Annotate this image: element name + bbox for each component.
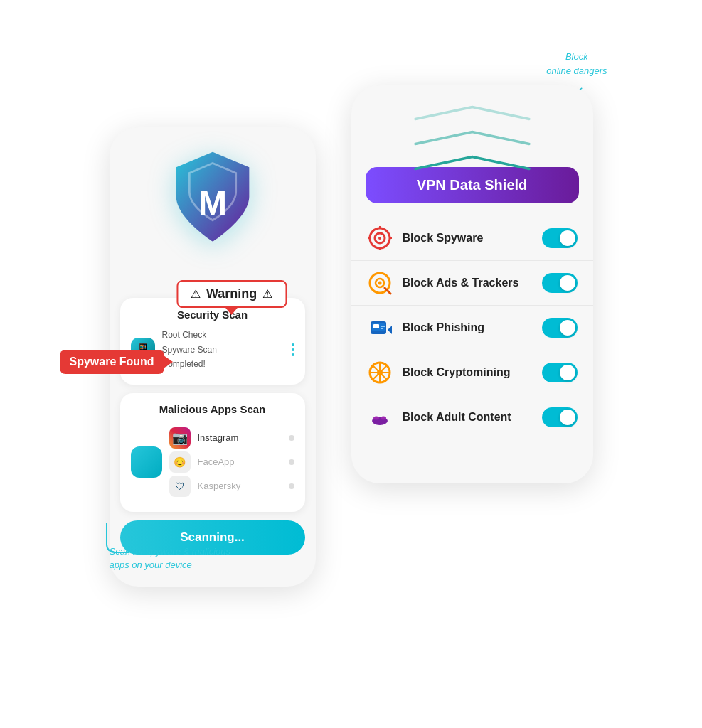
faceapp-label: FaceApp [198,456,282,467]
spyware-toggle[interactable] [542,228,578,248]
instagram-icon: 📷 [169,427,191,449]
spyware-label: Block Spyware [403,232,532,245]
chevron-3 [401,149,543,174]
feature-block-spyware[interactable]: Block Spyware [351,216,593,261]
three-dots [292,343,294,356]
svg-point-11 [378,282,381,285]
phishing-label: Block Phishing [403,321,532,334]
instagram-label: Instagram [198,432,282,443]
chevron-2 [401,124,543,149]
vpn-title: VPN Data Shield [417,177,528,193]
svg-point-23 [377,370,383,375]
faceapp-icon: 😊 [169,451,191,473]
adult-label: Block Adult Content [403,411,532,424]
warning-icon-left: ⚠ [191,287,201,301]
annotation-left: Scan for spyware & malicious apps on you… [110,545,252,572]
feature-block-phishing[interactable]: Block Phishing [351,306,593,350]
faceapp-row: 😊 FaceApp [169,450,294,474]
chevrons-decoration [351,85,593,174]
feature-block-ads[interactable]: Block Ads & Trackers [351,261,593,306]
warning-text: Warning [206,287,257,301]
svg-point-26 [381,417,386,420]
crypto-label: Block Cryptomining [403,366,532,379]
ads-toggle[interactable] [542,273,578,293]
svg-text:M: M [198,184,226,223]
feature-block-crypto[interactable]: Block Cryptomining [351,350,593,395]
security-scan-title: Security Scan [131,309,294,321]
spyware-icon [367,225,393,251]
kaspersky-icon: 🛡 [169,476,191,497]
right-phone-frame: VPN Data Shield Block Spyware [351,85,593,483]
kaspersky-row: 🛡 Kaspersky [169,474,294,498]
crypto-icon [367,360,393,385]
warning-icon-right: ⚠ [262,287,272,301]
instagram-row: 📷 Instagram [169,426,294,450]
svg-point-25 [373,417,379,420]
warning-badge: ⚠ Warning ⚠ [176,280,287,308]
malicious-scan-title: Malicious Apps Scan [131,403,294,415]
right-phone-container: Block online dangers ↙ VPN Data Shield [344,85,600,483]
spyware-found-badge: Spyware Found [60,350,164,374]
ads-icon [367,270,393,296]
crypto-toggle[interactable] [542,363,578,382]
malicious-apps-card: Malicious Apps Scan 📷 Instagram 😊 FaceAp… [120,393,305,512]
list-item: 📷 Instagram 😊 FaceApp 🛡 Kaspersky [131,422,294,502]
ads-label: Block Ads & Trackers [403,277,532,289]
adult-toggle[interactable] [542,407,578,427]
svg-marker-17 [388,326,392,334]
phishing-icon [367,315,393,341]
shield-icon: M [166,149,259,248]
shield-container: M [110,127,316,255]
svg-point-3 [378,237,381,240]
left-phone-container: ⚠ Warning ⚠ Spyware Found [102,127,323,586]
kaspersky-label: Kaspersky [198,481,282,491]
app-group-icon [131,446,162,478]
chevron-1 [401,100,543,124]
phishing-toggle[interactable] [542,318,578,338]
main-scene: ⚠ Warning ⚠ Spyware Found [0,0,702,728]
feature-block-adult[interactable]: Block Adult Content [351,395,593,439]
adult-icon [367,405,393,430]
svg-rect-14 [373,324,379,328]
